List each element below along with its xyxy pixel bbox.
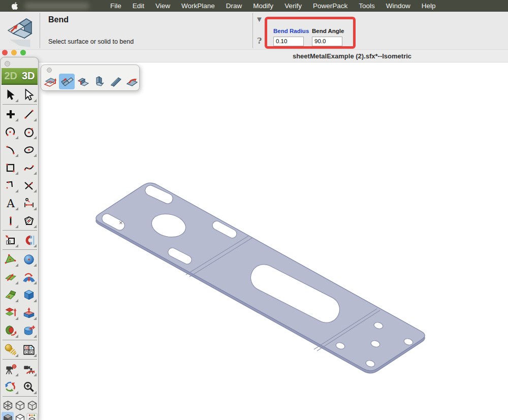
flat-sheet-tool[interactable]	[108, 74, 123, 89]
tool-prompt: Select surface or solid to bend	[48, 38, 134, 45]
wire-cube-axes-tool[interactable]	[2, 399, 14, 412]
outline-cube-tool[interactable]	[14, 412, 26, 420]
mode-3d-label[interactable]: 3D	[22, 70, 35, 82]
unbend-tool[interactable]	[124, 74, 140, 89]
minimize-dot-yellow[interactable]	[11, 50, 17, 55]
extrude-tool[interactable]	[2, 304, 20, 321]
orbit-rotate-tool[interactable]	[2, 378, 20, 396]
menu-verify[interactable]: Verify	[279, 1, 307, 11]
tool-options-bar: Bend Select surface or solid to bend ▼ ?…	[0, 12, 508, 49]
bend-radius-label: Bend Radius	[273, 28, 309, 34]
menu-tools[interactable]: Tools	[353, 1, 380, 11]
toolbar-close-button[interactable]	[47, 68, 52, 73]
menu-help[interactable]: Help	[416, 1, 441, 11]
document-title: sheetMetalExample (2).sfx*--Isometric	[293, 52, 411, 60]
mesh-triangle-tool[interactable]	[2, 250, 20, 268]
mode-toggle[interactable]: 2D 3D	[2, 68, 38, 85]
select-arrow-outline-tool[interactable]	[20, 86, 38, 104]
bend-radius-field: Bend Radius	[273, 28, 309, 46]
drawing-canvas[interactable]: ×	[0, 62, 508, 420]
help-icon[interactable]: ?	[257, 36, 262, 46]
menu-bar: File Edit View WorkPlane Draw Modify Ver…	[0, 0, 508, 12]
push-pull-tool[interactable]	[20, 304, 38, 321]
sheetmetal-toolbar	[41, 64, 140, 91]
menu-edit[interactable]: Edit	[127, 1, 150, 11]
palette-divider	[2, 396, 38, 397]
walkthrough-camera-tool[interactable]	[20, 360, 38, 378]
bend-angle-input[interactable]	[312, 37, 342, 46]
sheet-metal-part[interactable]	[0, 62, 508, 420]
material-render-tool[interactable]	[2, 341, 20, 359]
cube-tool[interactable]	[20, 286, 38, 304]
divider	[40, 13, 40, 48]
curve-tool[interactable]	[2, 141, 20, 158]
wire-cube-hidden-tool[interactable]	[26, 399, 38, 412]
tool-grid: A	[2, 86, 38, 397]
divider	[252, 13, 253, 48]
tool-title: Bend	[48, 15, 69, 24]
palette-close-button[interactable]	[5, 61, 10, 67]
snap-cursor-marker: ×	[119, 219, 123, 227]
bend-angle-field: Bend Angle	[312, 28, 344, 46]
display-mode-grid	[2, 399, 39, 420]
app-window: File Edit View WorkPlane Draw Modify Ver…	[0, 0, 508, 420]
z-bend-tool[interactable]	[75, 74, 91, 89]
magnet-snap-tool[interactable]	[20, 231, 38, 249]
trim-tool[interactable]	[20, 176, 38, 194]
sheetmetal-tools	[43, 74, 140, 89]
spline-tool[interactable]	[20, 158, 38, 176]
sphere-tool[interactable]	[20, 250, 38, 268]
menu-view[interactable]: View	[150, 1, 176, 11]
rectangle-tool[interactable]	[2, 158, 20, 176]
text-tool[interactable]: A	[2, 194, 20, 212]
select-arrow-tool[interactable]	[2, 86, 20, 104]
apple-logo-icon[interactable]	[11, 2, 18, 10]
close-dot-red[interactable]	[2, 50, 8, 55]
plane-tool[interactable]	[2, 268, 20, 286]
viewport-layout-tool[interactable]	[20, 341, 38, 359]
window-controls	[2, 50, 39, 57]
bend-arch-tool[interactable]	[20, 268, 38, 286]
svg-text:A: A	[6, 197, 15, 209]
ellipse-tool[interactable]	[20, 141, 38, 158]
menu-workplane[interactable]: WorkPlane	[176, 1, 220, 11]
shaded-cube-tool[interactable]	[2, 412, 14, 420]
bend-radius-input[interactable]	[273, 37, 304, 46]
menu-file[interactable]: File	[105, 1, 127, 11]
segment-tool[interactable]	[2, 212, 20, 230]
polyline-tool[interactable]	[2, 176, 20, 194]
collapse-panel-icon[interactable]: ▼	[256, 15, 263, 23]
menu-items: File Edit View WorkPlane Draw Modify Ver…	[105, 1, 441, 11]
bend-angle-label: Bend Angle	[312, 28, 344, 34]
bend-tool[interactable]	[59, 74, 75, 89]
main-tool-palette: 2D 3D	[0, 57, 39, 420]
menu-powerpack[interactable]: PowerPack	[307, 1, 353, 11]
document-title-bar: sheetMetalExample (2).sfx*--Isometric	[0, 49, 508, 62]
menu-window[interactable]: Window	[380, 1, 416, 11]
highlight-annotation-box: Bend Radius Bend Angle	[265, 17, 356, 49]
revolve-tool[interactable]	[2, 321, 20, 339]
zoom-in-tool[interactable]	[20, 378, 38, 396]
zoom-dot-green[interactable]	[20, 50, 26, 55]
hatch-tool[interactable]	[20, 212, 38, 230]
surface-tent-tool[interactable]	[2, 286, 20, 304]
point-tool[interactable]	[2, 105, 20, 123]
menu-modify[interactable]: Modify	[247, 1, 279, 11]
offset-tool[interactable]	[2, 231, 20, 249]
menu-draw[interactable]: Draw	[220, 1, 248, 11]
app-name-blurred	[24, 3, 89, 10]
circle-tool[interactable]	[20, 123, 38, 141]
mode-2d-label[interactable]: 2D	[4, 70, 17, 82]
boolean-cylinder-tool[interactable]	[20, 321, 38, 339]
line-tool[interactable]	[20, 105, 38, 123]
dimension-tool[interactable]	[20, 194, 38, 212]
render-options-cube-tool[interactable]	[26, 412, 38, 420]
unfold-flat-tool[interactable]	[43, 74, 58, 89]
angle-bend-tool[interactable]	[91, 74, 107, 89]
arc-tool[interactable]	[2, 123, 20, 141]
wire-cube-tool[interactable]	[14, 399, 26, 412]
camera-tripod-tool[interactable]	[2, 360, 20, 378]
